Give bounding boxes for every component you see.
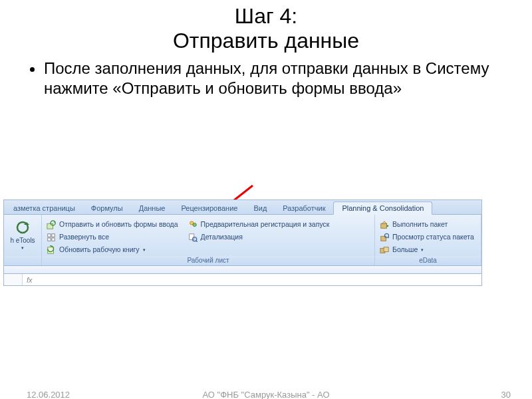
run-package-button[interactable]: Выполнить пакет xyxy=(379,219,474,230)
svg-rect-24 xyxy=(384,247,388,251)
refresh-icon xyxy=(14,219,31,236)
footer-org: АО "ФНБ "Самрук-Казына" - АО "Казахтелек… xyxy=(0,390,532,399)
send-refresh-icon xyxy=(46,219,57,230)
expand-all-button[interactable]: Развернуть все xyxy=(46,231,178,243)
svg-point-13 xyxy=(193,223,196,226)
preregistration-label: Предварительная регистрация и запуск xyxy=(201,221,330,228)
formula-input[interactable] xyxy=(37,274,481,285)
worksheet-header-strip xyxy=(3,266,482,274)
refresh-workbook-label: Обновить рабочую книгу xyxy=(59,246,140,253)
title-line-2: Отправить данные xyxy=(173,29,359,53)
tab-review[interactable]: Рецензирование xyxy=(173,202,245,214)
svg-marker-18 xyxy=(382,221,387,223)
group-worksheet-label: Рабочий лист xyxy=(42,256,374,265)
tab-formulas[interactable]: Формулы xyxy=(83,202,131,214)
preregistration-button[interactable]: Предварительная регистрация и запуск xyxy=(188,219,330,230)
send-refresh-label: Отправить и обновить формы ввода xyxy=(59,221,178,228)
title-line-1: Шаг 4: xyxy=(235,4,297,28)
run-package-icon xyxy=(379,219,390,230)
svg-rect-9 xyxy=(48,237,51,240)
slide-title: Шаг 4: Отправить данные xyxy=(0,4,532,53)
slide-body: После заполнения данных, для отправки да… xyxy=(27,59,492,98)
group-worksheet: Отправить и обновить формы ввода Разверн… xyxy=(42,215,375,265)
package-status-label: Просмотр статуса пакета xyxy=(392,233,474,241)
package-status-button[interactable]: Просмотр статуса пакета xyxy=(379,231,474,243)
tab-page-layout[interactable]: азметка страницы xyxy=(5,202,83,214)
detail-button[interactable]: Детализация xyxy=(188,231,330,243)
detail-label: Детализация xyxy=(201,233,243,241)
more-icon xyxy=(379,245,390,255)
more-button[interactable]: Больше ▾ xyxy=(379,244,474,255)
refresh-workbook-icon xyxy=(46,245,57,255)
formula-bar: fx xyxy=(3,274,482,286)
fx-label: fx xyxy=(23,276,37,284)
svg-marker-6 xyxy=(54,221,57,222)
dropdown-icon: ▾ xyxy=(21,245,24,250)
svg-rect-7 xyxy=(48,233,51,236)
ribbon-tabstrip: азметка страницы Формулы Данные Рецензир… xyxy=(3,200,482,214)
ribbon-body: h eTools ▾ Отправить и обновить формы вв… xyxy=(3,214,482,266)
run-package-label: Выполнить пакет xyxy=(392,221,448,228)
send-refresh-forms-button[interactable]: Отправить и обновить формы ввода xyxy=(46,219,178,230)
tab-data[interactable]: Данные xyxy=(131,202,174,214)
dropdown-icon: ▾ xyxy=(143,247,146,252)
svg-rect-4 xyxy=(47,223,53,229)
tab-planning-consolidation[interactable]: Planning & Consolidation xyxy=(333,201,432,215)
name-box[interactable] xyxy=(4,274,23,285)
expand-all-icon xyxy=(46,232,57,243)
svg-line-22 xyxy=(388,237,389,238)
expand-all-label: Развернуть все xyxy=(59,233,109,241)
svg-rect-17 xyxy=(381,223,387,228)
refresh-workbook-button[interactable]: Обновить рабочую книгу ▾ xyxy=(46,244,178,255)
svg-rect-14 xyxy=(189,233,194,239)
preregistration-icon xyxy=(188,219,198,230)
group-etools-label xyxy=(4,256,41,265)
svg-line-16 xyxy=(196,240,197,241)
more-label: Больше xyxy=(392,246,418,253)
dropdown-icon: ▾ xyxy=(421,247,424,252)
package-status-icon xyxy=(379,232,390,243)
bullet-1: После заполнения данных, для отправки да… xyxy=(44,59,492,98)
group-edata-label: eData xyxy=(375,256,481,265)
etools-label: h eTools xyxy=(10,237,35,244)
svg-rect-10 xyxy=(52,237,55,240)
excel-ribbon-screenshot: азметка страницы Формулы Данные Рецензир… xyxy=(3,200,482,286)
svg-rect-8 xyxy=(52,233,55,236)
etools-refresh-button[interactable]: h eTools ▾ xyxy=(8,217,37,256)
group-etools: h eTools ▾ xyxy=(4,215,42,265)
tab-developer[interactable]: Разработчик xyxy=(275,202,333,214)
detail-icon xyxy=(188,232,198,243)
svg-marker-19 xyxy=(387,225,390,227)
tab-view[interactable]: Вид xyxy=(245,202,275,214)
group-edata: Выполнить пакет Просмотр статуса пакета … xyxy=(375,215,481,265)
footer-page-number: 30 xyxy=(501,390,511,399)
